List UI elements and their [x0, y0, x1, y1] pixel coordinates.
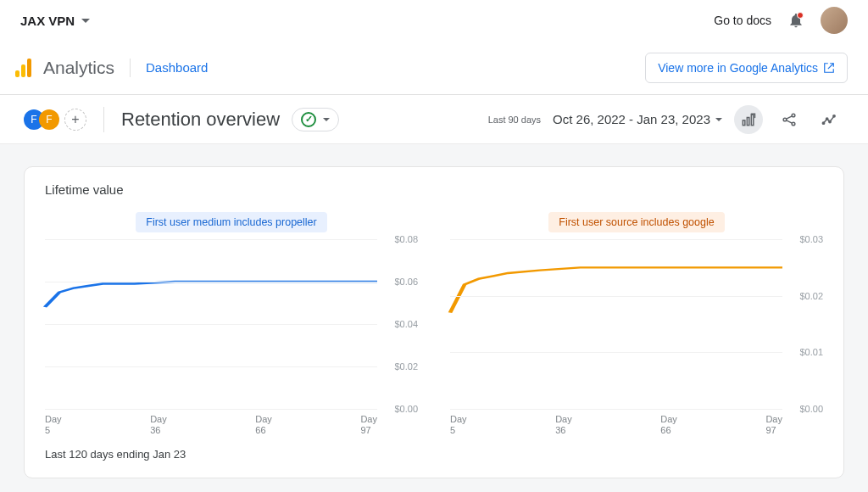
card-title: Lifetime value: [45, 182, 823, 197]
x-tick-label: Day36: [555, 414, 572, 436]
x-tick-label: Day66: [255, 414, 272, 436]
svg-rect-1: [747, 117, 749, 125]
x-axis: Day5Day36Day66Day97: [45, 414, 377, 436]
topbar-right: Go to docs: [714, 7, 848, 34]
analytics-logo-icon: [15, 59, 31, 77]
grid-line: [450, 409, 782, 410]
page-title: Retention overview: [121, 109, 280, 131]
svg-point-5: [792, 122, 795, 126]
svg-point-3: [783, 118, 787, 121]
subheader: F F + Retention overview ✓ Last 90 days …: [0, 95, 868, 144]
dashboard-label[interactable]: Dashboard: [146, 60, 208, 75]
add-comparison-button[interactable]: +: [64, 109, 86, 131]
comparison-chips: F F +: [24, 109, 86, 131]
grid-line: [45, 282, 377, 282]
y-tick-label: $0.02: [799, 291, 823, 301]
x-axis: Day5Day36Day66Day97: [450, 414, 782, 436]
x-tick-label: Day5: [45, 414, 62, 436]
grid-line: [45, 366, 377, 367]
svg-rect-0: [743, 120, 745, 125]
date-range-value: Oct 26, 2022 - Jan 23, 2023: [553, 112, 710, 126]
svg-point-9: [833, 115, 835, 116]
header-bar: Analytics Dashboard View more in Google …: [0, 41, 868, 95]
grid-line: [450, 296, 782, 297]
y-tick-label: $0.08: [394, 234, 418, 244]
status-pill[interactable]: ✓: [292, 108, 339, 131]
chart-google: First user source includes google $0.03$…: [450, 212, 823, 436]
grid-line: [45, 239, 377, 240]
topbar: JAX VPN Go to docs: [0, 0, 868, 41]
svg-point-7: [826, 118, 828, 120]
x-tick-label: Day97: [765, 414, 782, 436]
y-tick-label: $0.06: [394, 277, 418, 287]
svg-point-4: [792, 114, 795, 117]
product-title: Analytics: [43, 58, 114, 78]
divider: [103, 107, 104, 132]
y-tick-label: $0.01: [799, 347, 823, 357]
comparison-chip-2[interactable]: F: [39, 109, 59, 130]
x-tick-label: Day5: [450, 414, 467, 436]
notifications-icon[interactable]: [787, 11, 805, 30]
y-tick-label: $0.00: [799, 404, 823, 414]
svg-point-8: [829, 120, 831, 122]
header-left: Analytics Dashboard: [15, 58, 208, 78]
app-name: JAX VPN: [20, 14, 75, 28]
x-tick-label: Day66: [660, 414, 677, 436]
main: Lifetime value First user medium include…: [0, 144, 868, 492]
notification-dot-icon: [797, 12, 804, 19]
chart-propeller: First user medium includes propeller $0.…: [45, 212, 418, 436]
x-tick-label: Day97: [360, 414, 377, 436]
subheader-right: Last 90 days Oct 26, 2022 - Jan 23, 2023: [488, 105, 844, 134]
caret-down-icon: [81, 19, 90, 23]
grid-line: [45, 409, 377, 410]
caret-down-icon: [715, 118, 722, 121]
avatar[interactable]: [821, 7, 848, 34]
range-label: Last 90 days: [488, 115, 541, 125]
y-tick-label: $0.03: [799, 234, 823, 244]
edit-report-button[interactable]: [734, 105, 763, 134]
lifetime-value-card: Lifetime value First user medium include…: [24, 166, 844, 478]
share-button[interactable]: [775, 105, 804, 134]
divider: [130, 59, 131, 77]
svg-point-6: [822, 122, 824, 124]
chart-chip-propeller: First user medium includes propeller: [136, 212, 326, 232]
chart-area-2: $0.03$0.02$0.01$0.00: [450, 239, 823, 409]
svg-rect-2: [751, 115, 754, 126]
x-tick-label: Day36: [150, 414, 167, 436]
insights-button[interactable]: [815, 105, 844, 134]
grid-line: [450, 352, 782, 353]
app-switcher[interactable]: JAX VPN: [20, 14, 90, 28]
view-more-label: View more in Google Analytics: [658, 61, 818, 75]
caret-down-icon: [323, 118, 330, 121]
date-range-picker[interactable]: Oct 26, 2022 - Jan 23, 2023: [553, 112, 722, 126]
chart-area-1: $0.08$0.06$0.04$0.02$0.00: [45, 239, 418, 409]
go-to-docs-link[interactable]: Go to docs: [714, 14, 771, 27]
external-link-icon: [823, 62, 835, 74]
y-tick-label: $0.04: [394, 319, 418, 329]
chart-chip-google: First user source includes google: [548, 212, 724, 232]
check-icon: ✓: [301, 112, 316, 127]
view-more-button[interactable]: View more in Google Analytics: [645, 53, 848, 83]
grid-line: [45, 324, 377, 325]
grid-line: [450, 239, 782, 240]
charts-row: First user medium includes propeller $0.…: [45, 212, 823, 436]
subheader-left: F F + Retention overview ✓: [24, 107, 339, 132]
y-tick-label: $0.00: [394, 404, 418, 414]
card-footer: Last 120 days ending Jan 23: [45, 448, 823, 461]
y-tick-label: $0.02: [394, 361, 418, 372]
